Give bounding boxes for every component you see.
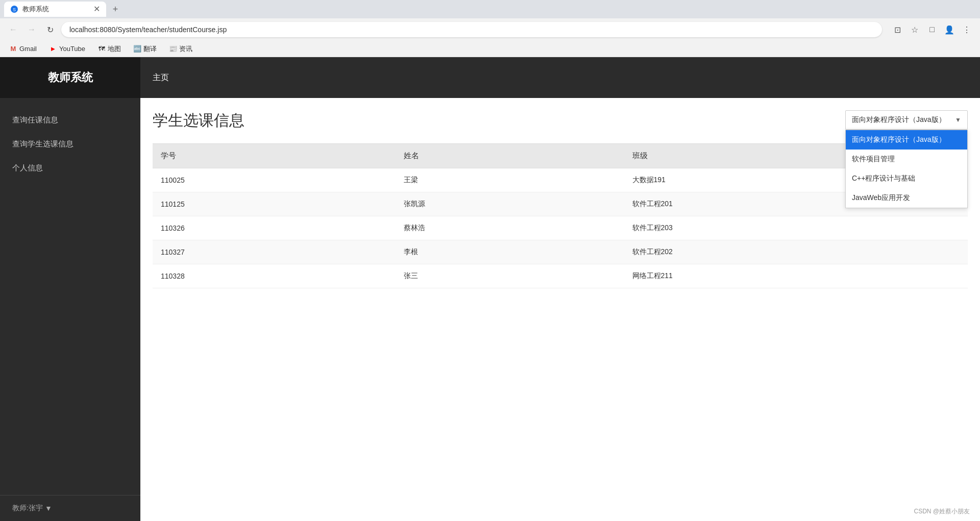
extension-icon[interactable]: □ [925,22,939,37]
course-dropdown[interactable]: 面向对象程序设计（Java版） ▼ [845,110,968,130]
sidebar-item-query-course[interactable]: 查询任课信息 [0,108,140,132]
sidebar-item-query-student-course[interactable]: 查询学生选课信息 [0,132,140,156]
bookmark-icon[interactable]: ☆ [908,22,922,37]
sidebar-title: 教师系统 [48,70,93,85]
new-tab-button[interactable]: + [108,2,122,16]
bookmark-youtube[interactable]: ► YouTube [46,44,88,54]
watermark: CSDN @姓蔡小朋友 [914,507,970,516]
translate-icon: 🔤 [133,45,141,53]
maps-icon: 🗺 [97,45,106,53]
sidebar-footer-arrow: ▼ [45,504,52,512]
cell-class: 网络工程211 [624,264,968,288]
bookmark-translate[interactable]: 🔤 翻译 [130,43,160,55]
cell-name: 张凯源 [396,192,624,216]
cell-id: 110327 [153,240,396,264]
main-header: 主页 [140,57,980,98]
tab-close-button[interactable]: ✕ [93,5,100,13]
svg-text:S: S [13,7,16,12]
sidebar-nav: 查询任课信息 查询学生选课信息 个人信息 [0,98,140,495]
dropdown-container: 面向对象程序设计（Java版） ▼ 面向对象程序设计（Java版） 软件项目管理… [845,110,968,130]
cell-id: 110025 [153,168,396,192]
menu-icon[interactable]: ⋮ [960,22,974,37]
cell-class: 软件工程202 [624,240,968,264]
bookmark-news[interactable]: 📰 资讯 [166,43,195,55]
browser-tab[interactable]: S 教师系统 ✕ [4,2,106,17]
back-button[interactable]: ← [6,22,20,37]
cell-id: 110328 [153,264,396,288]
cast-icon[interactable]: ⊡ [890,22,904,37]
cell-name: 蔡林浩 [396,216,624,240]
dropdown-selected-value: 面向对象程序设计（Java版） [852,115,946,125]
table-row: 110328张三网络工程211 [153,264,968,288]
bookmarks-bar: M Gmail ► YouTube 🗺 地图 🔤 翻译 📰 资讯 [0,41,980,57]
main-content: 主页 学生选课信息 面向对象程序设计（Java版） ▼ 面向对象程序设计（Jav… [140,57,980,521]
youtube-icon: ► [49,45,57,53]
cell-id: 110125 [153,192,396,216]
bookmark-news-label: 资讯 [179,44,192,54]
title-bar: S 教师系统 ✕ + [0,0,980,18]
bookmark-translate-label: 翻译 [143,44,157,54]
gmail-icon: M [9,45,17,53]
table-row: 110326蔡林浩软件工程203 [153,216,968,240]
col-header-name: 姓名 [396,144,624,168]
dropdown-menu: 面向对象程序设计（Java版） 软件项目管理 C++程序设计与基础 JavaWe… [845,130,968,208]
profile-icon[interactable]: 👤 [942,22,957,37]
dropdown-option-1[interactable]: 面向对象程序设计（Java版） [846,130,967,150]
dropdown-option-2[interactable]: 软件项目管理 [846,150,967,169]
bookmark-maps-label: 地图 [108,44,121,54]
col-header-id: 学号 [153,144,396,168]
cell-id: 110326 [153,216,396,240]
cell-name: 王梁 [396,168,624,192]
table-row: 110327李根软件工程202 [153,240,968,264]
tab-favicon: S [10,5,18,13]
sidebar-footer-label: 教师:张宇 [12,504,43,513]
browser-action-icons: ⊡ ☆ □ 👤 ⋮ [890,22,974,37]
app-container: 教师系统 查询任课信息 查询学生选课信息 个人信息 教师:张宇 ▼ 主页 学生选… [0,57,980,521]
dropdown-option-3[interactable]: C++程序设计与基础 [846,169,967,188]
browser-controls: ← → ↻ ⊡ ☆ □ 👤 ⋮ [0,18,980,41]
sidebar-item-personal-info[interactable]: 个人信息 [0,156,140,180]
forward-button[interactable]: → [24,22,39,37]
bookmark-youtube-label: YouTube [59,45,85,53]
refresh-button[interactable]: ↻ [43,22,57,37]
news-icon: 📰 [169,45,177,53]
cell-name: 李根 [396,240,624,264]
browser-chrome: S 教师系统 ✕ + ← → ↻ ⊡ ☆ □ 👤 ⋮ M Gmail ► You… [0,0,980,57]
bookmark-maps[interactable]: 🗺 地图 [94,43,124,55]
bookmark-gmail[interactable]: M Gmail [6,44,40,54]
cell-name: 张三 [396,264,624,288]
sidebar-footer[interactable]: 教师:张宇 ▼ [0,495,140,521]
tab-title: 教师系统 [22,5,89,14]
dropdown-option-4[interactable]: JavaWeb应用开发 [846,188,967,208]
main-header-nav[interactable]: 主页 [153,72,169,83]
content-area: 学生选课信息 面向对象程序设计（Java版） ▼ 面向对象程序设计（Java版）… [140,98,980,521]
cell-class: 软件工程203 [624,216,968,240]
bookmark-gmail-label: Gmail [19,45,37,53]
sidebar: 教师系统 查询任课信息 查询学生选课信息 个人信息 教师:张宇 ▼ [0,57,140,521]
sidebar-header: 教师系统 [0,57,140,98]
address-bar[interactable] [61,22,882,37]
dropdown-arrow-icon: ▼ [955,116,961,123]
